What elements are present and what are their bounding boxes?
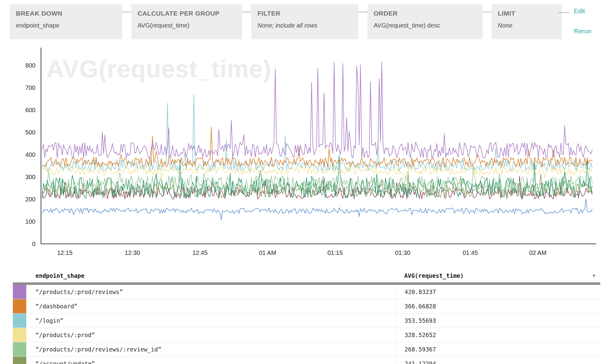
edit-link[interactable]: Edit	[574, 7, 591, 15]
y-tick-label: 100	[25, 218, 35, 225]
query-block-value: AVG(request_time) desc	[374, 22, 476, 29]
query-actions: Edit Rerun	[574, 7, 591, 35]
table-row[interactable]: “/login”353.55693	[13, 314, 600, 328]
query-block-limit[interactable]: LIMITNone	[492, 4, 562, 39]
x-tick-label: 12:30	[125, 249, 140, 256]
table-row[interactable]: “/products/:prod/reviews/:review_id”268.…	[13, 342, 600, 357]
avg-request-time-cell: 366.66828	[396, 299, 600, 313]
series-color-swatch	[13, 299, 28, 313]
chart-area[interactable]: AVG(request_time) 0100200300400500600700…	[0, 46, 606, 270]
endpoint-shape-cell: “/login”	[28, 314, 396, 328]
x-tick-label: 01:15	[327, 249, 343, 256]
series-color-swatch	[13, 314, 28, 328]
query-results-page: BREAK DOWNendpoint_shapeCALCULATE PER GR…	[0, 0, 606, 364]
rerun-link[interactable]: Rerun	[574, 28, 591, 35]
y-tick-label: 500	[25, 129, 35, 136]
table-scrollbar[interactable]	[13, 282, 600, 285]
query-block-title: FILTER	[257, 10, 352, 17]
column-header-endpoint-shape[interactable]: endpoint_shape	[28, 272, 396, 279]
y-tick-label: 300	[25, 174, 35, 180]
series-line-products-prod-reviews	[42, 62, 592, 158]
y-tick-label: 400	[25, 151, 35, 158]
query-builder: BREAK DOWNendpoint_shapeCALCULATE PER GR…	[10, 4, 606, 39]
column-header-avg-request-time[interactable]: AVG(request_time) ▼	[396, 272, 600, 279]
connector-line	[558, 12, 569, 13]
series-color-swatch	[13, 342, 28, 356]
series-line-dashboard	[42, 127, 592, 167]
y-tick-label: 200	[25, 196, 35, 203]
query-builder-blocks: BREAK DOWNendpoint_shapeCALCULATE PER GR…	[10, 4, 606, 39]
table-body: “/products/:prod/reviews”420.83237“/dash…	[13, 285, 600, 364]
query-block-title: ORDER	[374, 10, 476, 17]
connector-line	[242, 12, 251, 13]
table-header: endpoint_shape AVG(request_time) ▼	[13, 269, 600, 282]
series-color-swatch	[13, 328, 28, 342]
connector-line	[482, 12, 492, 13]
x-tick-label: 02 AM	[529, 249, 547, 256]
results-table: endpoint_shape AVG(request_time) ▼ “/pro…	[13, 269, 600, 364]
query-block-value: None; include all rows	[257, 22, 352, 29]
y-tick-label: 800	[25, 62, 35, 69]
connector-line	[358, 12, 368, 13]
query-block-calculate-per-group[interactable]: CALCULATE PER GROUPAVG(request_time)	[131, 4, 242, 39]
table-row[interactable]: “/account/update”241.12294	[13, 357, 600, 364]
query-block-title: LIMIT	[498, 10, 556, 17]
avg-request-time-cell: 353.55693	[396, 314, 600, 328]
table-row[interactable]: “/products/:prod”328.52652	[13, 328, 600, 342]
x-tick-label: 12:15	[57, 249, 72, 256]
avg-request-time-cell: 328.52652	[396, 328, 600, 342]
series-color-swatch	[13, 285, 28, 299]
avg-request-time-cell: 420.83237	[396, 285, 600, 299]
query-block-filter[interactable]: FILTERNone; include all rows	[251, 4, 358, 39]
query-block-value: endpoint_shape	[16, 22, 116, 29]
endpoint-shape-cell: “/products/:prod/reviews”	[28, 285, 396, 299]
query-block-title: BREAK DOWN	[16, 10, 116, 17]
query-block-order[interactable]: ORDERAVG(request_time) desc	[368, 4, 482, 39]
series-color-swatch	[13, 357, 28, 364]
query-block-break-down[interactable]: BREAK DOWNendpoint_shape	[10, 4, 122, 39]
endpoint-shape-cell: “/products/:prod/reviews/:review_id”	[28, 342, 396, 356]
table-row[interactable]: “/products/:prod/reviews”420.83237	[13, 285, 600, 299]
query-block-value: AVG(request_time)	[138, 22, 236, 29]
avg-request-time-cell: 268.59367	[396, 342, 600, 356]
query-block-title: CALCULATE PER GROUP	[138, 10, 236, 17]
endpoint-shape-cell: “/account/update”	[28, 357, 396, 364]
y-tick-label: 700	[25, 84, 35, 91]
endpoint-shape-cell: “/dashboard”	[28, 299, 396, 313]
y-tick-label: 600	[25, 107, 35, 113]
sort-desc-icon[interactable]: ▼	[593, 274, 595, 278]
y-tick-label: 0	[32, 241, 35, 247]
endpoint-shape-cell: “/products/:prod”	[28, 328, 396, 342]
series-line-unnamed	[42, 199, 592, 220]
x-tick-label: 12:45	[192, 249, 208, 256]
table-row[interactable]: “/dashboard”366.66828	[13, 299, 600, 314]
x-tick-label: 01:30	[395, 249, 410, 256]
avg-request-time-cell: 241.12294	[396, 357, 600, 364]
chart-svg[interactable]: 010020030040050060070080012:1512:3012:45…	[0, 46, 606, 270]
column-header-label: AVG(request_time)	[404, 272, 464, 279]
x-tick-label: 01:45	[463, 249, 478, 256]
query-block-value: None	[498, 22, 556, 29]
x-tick-label: 01 AM	[259, 249, 276, 256]
connector-line	[122, 12, 131, 13]
